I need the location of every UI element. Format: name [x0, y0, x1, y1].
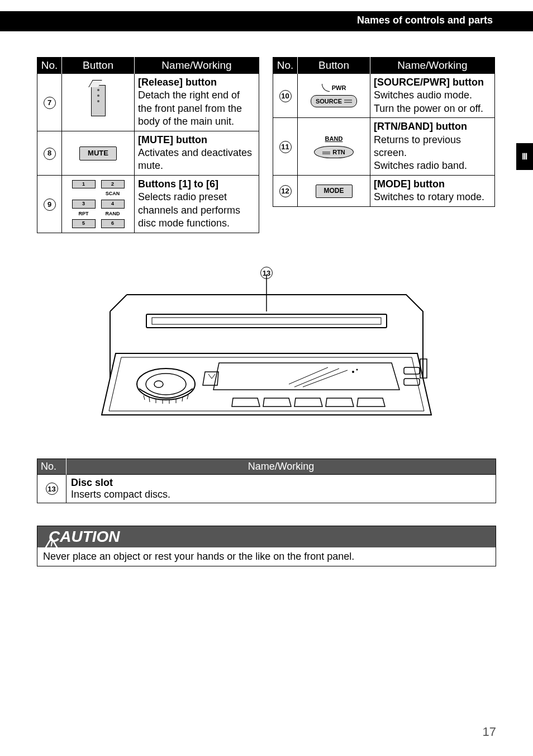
col-header-button: Button	[298, 58, 370, 74]
col-header-namework: Name/Working	[66, 459, 496, 475]
svg-text:!: !	[50, 541, 53, 550]
col-header-namework: Name/Working	[370, 58, 495, 74]
knob-lines-icon	[322, 149, 330, 155]
rtn-label: RTN	[332, 148, 345, 156]
controls-table-right: No. Button Name/Working 10 PWR SOURCE	[273, 57, 495, 207]
car-stereo-illustration	[93, 272, 440, 434]
preset-5-icon: 5	[72, 219, 96, 228]
row-number: 8	[44, 148, 56, 160]
row-desc: Selects radio preset channels and perfor…	[138, 191, 240, 229]
row-desc: Detach the right end of the front panel …	[138, 89, 242, 127]
row-desc: Inserts compact discs.	[71, 489, 170, 500]
table-row: 8 MUTE [MUTE] button Activates and deact…	[37, 131, 259, 175]
button-illustration-mute: MUTE	[62, 131, 135, 175]
row-desc: Switches audio mode.	[374, 89, 472, 101]
row-title: Buttons [1] to [6]	[138, 178, 218, 190]
table-row: 13 Disc slot Inserts compact discs.	[37, 475, 496, 503]
row-number: 13	[46, 483, 58, 495]
chapter-tab: Ⅲ	[516, 143, 533, 170]
svg-point-15	[356, 369, 358, 371]
preset-3-icon: 3	[72, 200, 96, 209]
caution-body: Never place an object or rest your hands…	[37, 547, 496, 566]
section-title: Names of controls and parts	[357, 15, 493, 26]
rand-label: RAND	[101, 211, 125, 218]
col-header-no: No.	[37, 459, 66, 475]
knob-lines-icon	[344, 98, 352, 104]
row-desc: Returns to previous screen.	[374, 134, 461, 158]
row-desc: Switches radio band.	[374, 160, 467, 171]
caution-heading: ! CAUTION	[37, 526, 496, 547]
row-desc: Activates and deactivates mute.	[138, 147, 252, 171]
unit-diagram: 13	[37, 272, 496, 437]
table-row: 9 1 2 SCAN 3 4 RPT RAND 5 6	[37, 175, 259, 233]
table-row: 7 [Release] button Detach the right end …	[37, 74, 259, 131]
row-title: [MUTE] button	[138, 134, 207, 145]
preset-6-icon: 6	[101, 219, 125, 228]
preset-2-icon: 2	[101, 180, 125, 189]
preset-4-icon: 4	[101, 200, 125, 209]
button-illustration-source-pwr: PWR SOURCE	[298, 74, 370, 118]
rpt-label: RPT	[72, 211, 96, 218]
svg-point-14	[352, 371, 354, 373]
table-row: 12 MODE [MODE] button Switches to rotary…	[273, 175, 495, 206]
row-title: [RTN/BAND] button	[374, 121, 467, 132]
row-number: 11	[279, 141, 292, 153]
row-number: 9	[44, 199, 56, 211]
band-label: BAND	[325, 135, 343, 143]
button-illustration-preset-1to6: 1 2 SCAN 3 4 RPT RAND 5 6	[62, 175, 135, 233]
controls-table-left: No. Button Name/Working 7 [Release] butt…	[37, 57, 259, 233]
table-row: 10 PWR SOURCE [SOURCE/PWR] button Switch…	[273, 74, 495, 118]
diagram-callout-number: 13	[260, 267, 273, 279]
table-row: 11 BAND RTN [RTN/BAND] button Returns to…	[273, 118, 495, 176]
row-title: [MODE] button	[374, 178, 445, 190]
col-header-no: No.	[37, 58, 62, 74]
release-button-icon	[91, 85, 106, 116]
col-header-no: No.	[273, 58, 298, 74]
row-number: 10	[279, 90, 292, 102]
button-illustration-mode: MODE	[298, 175, 370, 206]
col-header-button: Button	[62, 58, 135, 74]
arc-icon	[322, 84, 330, 92]
page-number: 17	[483, 725, 496, 739]
mute-button-icon: MUTE	[79, 147, 117, 160]
col-header-namework: Name/Working	[135, 58, 259, 74]
mode-button-icon: MODE	[316, 185, 353, 198]
svg-line-5	[110, 295, 127, 311]
pwr-label: PWR	[332, 84, 346, 92]
row-number: 12	[279, 185, 292, 197]
rtn-knob-icon: RTN	[314, 146, 354, 158]
source-knob-icon: SOURCE	[311, 95, 357, 107]
preset-1-icon: 1	[72, 180, 96, 189]
button-illustration-release	[62, 74, 135, 131]
svg-rect-7	[152, 318, 381, 324]
caution-box: ! CAUTION Never place an object or rest …	[37, 526, 496, 566]
row-desc: Turn the power on or off.	[374, 103, 483, 114]
row-desc: Switches to rotary mode.	[374, 191, 484, 202]
row-title: [Release] button	[138, 77, 217, 88]
svg-rect-6	[146, 314, 387, 328]
row-number: 7	[44, 97, 56, 109]
row-title: Disc slot	[71, 477, 113, 488]
header-bar: Names of controls and parts	[0, 11, 533, 31]
disc-slot-table: No. Name/Working 13 Disc slot Inserts co…	[37, 459, 496, 503]
scan-label: SCAN	[101, 191, 125, 197]
row-title: [SOURCE/PWR] button	[374, 77, 484, 88]
button-illustration-rtn-band: BAND RTN	[298, 118, 370, 176]
source-label: SOURCE	[316, 97, 342, 105]
